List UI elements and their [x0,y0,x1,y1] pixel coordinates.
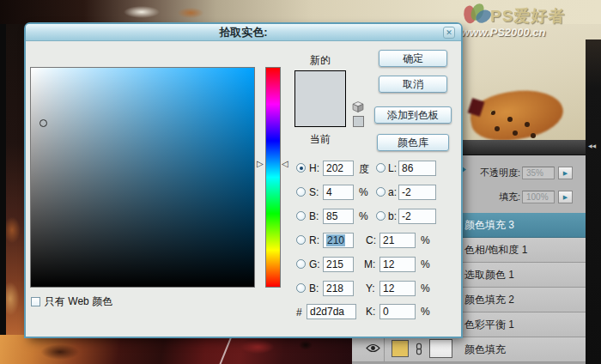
web-colors-only-label: 只有 Web 颜色 [45,294,112,309]
background-photo-bottom [0,335,354,364]
hue-slider-left-marker-icon[interactable]: ▷ [257,160,264,168]
label-c: C: [366,234,376,246]
label-b: B: [309,210,319,222]
label-m: M: [364,258,375,270]
input-s[interactable]: 4 [323,185,354,200]
input-y[interactable]: 12 [379,281,416,296]
screen: 不透明度: 35% ▶ 填充: 100% ▶ 颜色填充 3 色相/饱和度 1 选… [0,0,601,364]
current-color-label: 当前 [294,132,346,147]
radio-r[interactable] [296,235,306,245]
input-b2[interactable]: 218 [323,281,354,296]
dialog-titlebar[interactable]: 拾取实色: ✕ [26,24,461,41]
color-field-marker[interactable] [39,119,47,127]
label-b3: b: [388,210,397,222]
radio-g[interactable] [296,259,306,269]
unit-b: % [359,210,368,222]
hue-slider-right-marker-icon[interactable]: ◁ [282,160,288,168]
hex-input[interactable]: d2d7da [307,304,356,319]
label-a: a: [388,186,397,198]
radio-b2[interactable] [296,283,306,293]
input-r[interactable]: 210 [323,233,354,248]
unit-m: % [421,258,430,270]
panel-collapse-arrows-icon[interactable]: ◀◀ [588,143,596,149]
label-h: H: [309,162,319,174]
input-h[interactable]: 202 [323,161,354,176]
web-safe-cube-icon [352,101,364,112]
hue-slider[interactable] [265,67,281,288]
layer-row-color-fill-bottom[interactable]: 颜色填充 [352,337,586,362]
label-k: K: [366,306,375,318]
input-a[interactable]: -2 [398,185,436,200]
unit-y: % [421,282,430,294]
background-photo-left [0,24,26,364]
eye-icon[interactable] [366,343,380,353]
web-colors-only-checkbox[interactable] [31,297,40,306]
unit-h: 度 [359,162,369,177]
radio-h[interactable] [296,163,306,173]
add-to-swatches-button[interactable]: 添加到色板 [374,106,452,124]
opacity-spinner-arrow-icon[interactable]: ▶ [558,167,573,179]
workspace-dark-strip [586,39,601,364]
radio-a[interactable] [376,187,385,197]
new-current-color-swatch [294,70,346,127]
fill-input[interactable]: 100% [522,191,555,203]
guitar-tuning-pegs [490,110,495,115]
input-l[interactable]: 86 [398,161,436,176]
cancel-button[interactable]: 取消 [379,76,447,93]
saturation-brightness-field[interactable] [30,67,255,288]
new-color-label: 新的 [294,53,346,68]
label-g: G: [309,258,320,270]
unit-c: % [421,234,430,246]
hex-prefix: # [296,306,302,318]
input-b3[interactable]: -2 [398,209,436,224]
row-divider [384,337,385,362]
web-safe-color-swatch[interactable] [353,116,364,127]
input-b[interactable]: 85 [323,209,354,224]
unit-k: % [421,306,430,318]
color-library-button[interactable]: 颜色库 [377,134,449,151]
layer-fill-thumbnail[interactable] [392,340,409,357]
radio-b3[interactable] [376,211,385,221]
watermark-url-top: www.PS2000.cn [461,26,546,39]
label-l: L: [388,162,397,174]
ok-button[interactable]: 确定 [379,50,447,67]
input-g[interactable]: 215 [323,257,354,272]
close-icon[interactable]: ✕ [443,27,455,39]
opacity-input[interactable]: 35% [522,167,555,179]
fill-spinner-arrow-icon[interactable]: ▶ [558,191,573,203]
layer-mask-thumbnail[interactable] [429,339,452,358]
unit-s: % [359,186,368,198]
watermark-brand-top: PS爱好者 [490,5,565,27]
radio-b[interactable] [296,211,306,221]
radio-s[interactable] [296,187,306,197]
radio-l[interactable] [376,163,385,173]
input-c[interactable]: 21 [379,233,416,248]
link-icon [415,343,423,355]
color-picker-dialog: 拾取实色: ✕ ▷ ◁ 新的 当前 确定 取消 添加到色板 颜色库 H: 202… [26,24,461,337]
label-b2: B: [309,282,319,294]
input-m[interactable]: 12 [379,257,416,272]
label-r: R: [309,234,319,246]
dialog-title: 拾取实色: [26,24,461,41]
label-s: S: [309,186,319,198]
input-k[interactable]: 0 [379,304,416,319]
label-y: Y: [366,282,375,294]
